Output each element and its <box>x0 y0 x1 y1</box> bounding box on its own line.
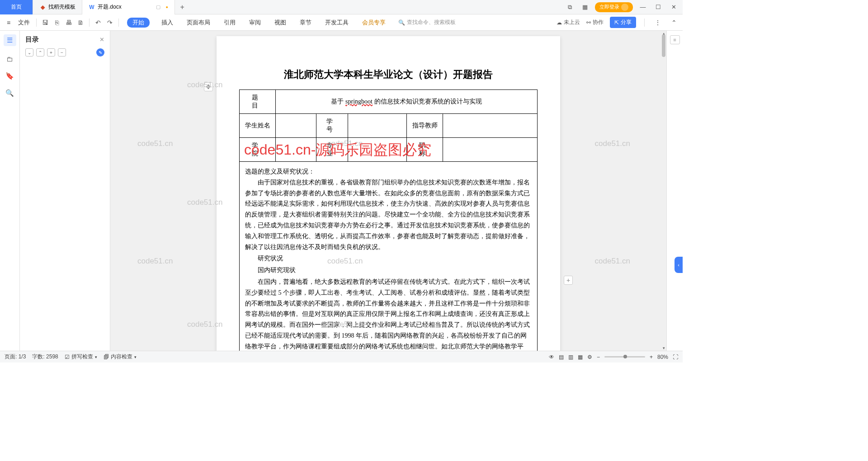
maximize-icon[interactable]: ☐ <box>653 3 664 12</box>
zoom-in-icon[interactable]: + <box>650 354 653 360</box>
share-icon: ⇱ <box>614 19 619 26</box>
close-icon[interactable]: ✕ <box>668 3 679 12</box>
cell-student-id-label: 学 号 <box>316 114 348 138</box>
file-menu[interactable]: 文件 <box>15 19 33 27</box>
collab-icon: ⚯ <box>586 19 591 26</box>
saveas-icon[interactable]: ⎘ <box>52 18 62 28</box>
cell-major-label: 专 业 <box>316 138 348 162</box>
menu-insert[interactable]: 插入 <box>160 18 175 28</box>
table-add-icon[interactable]: + <box>564 276 573 285</box>
redo-icon[interactable]: ↷ <box>105 18 115 28</box>
outline-tools: ⌄ ⌃ + − ✎ <box>25 48 104 56</box>
watermark-gray: code51.cn <box>595 257 630 266</box>
outline-title: 目录 <box>25 35 39 44</box>
check-icon: ☑ <box>65 354 70 360</box>
body-subheading: 研究状况 <box>245 253 532 264</box>
login-button[interactable]: 立即登录 <box>595 2 633 12</box>
document-viewport[interactable]: code51.cn code51.cn code51.cn code51.cn … <box>110 31 666 351</box>
menu-dev[interactable]: 开发工具 <box>323 18 350 28</box>
collapse-icon[interactable]: ⌃ <box>669 18 679 28</box>
document-page: ✥ + 淮北师范大学本科生毕业论文（设计）开题报告 题 目 基于 springb… <box>217 36 560 351</box>
view-reading-icon[interactable]: 👁 <box>549 354 554 360</box>
edit-icon[interactable]: ✎ <box>96 48 104 56</box>
view-page-icon[interactable]: ▤ <box>559 354 564 360</box>
separator <box>118 19 119 27</box>
apps-icon[interactable]: ▦ <box>580 3 590 12</box>
menu-review[interactable]: 审阅 <box>247 18 263 28</box>
dropdown-icon: ▾ <box>134 355 137 359</box>
new-tab-button[interactable]: + <box>175 3 190 11</box>
tab-document[interactable]: W 开题.docx ▢ • <box>82 0 175 14</box>
cell-student-name-label: 学生姓名 <box>240 114 276 138</box>
zoom-out-icon[interactable]: − <box>597 354 600 360</box>
status-words[interactable]: 字数: 2598 <box>32 353 58 361</box>
collab-label: 协作 <box>593 19 604 26</box>
cell-advisor-value <box>443 114 538 138</box>
clipboard-icon[interactable]: 🗀 <box>5 54 14 63</box>
status-bar: 页面: 1/3 字数: 2598 ☑ 拼写检查 ▾ 🗐 内容检查 ▾ 👁 ▤ ▥… <box>0 351 683 362</box>
search-icon: 🔍 <box>398 19 405 26</box>
ribbon: ≡ 文件 🖫 ⎘ 🖶 🗎 ↶ ↷ 开始 插入 页面布局 引用 审阅 视图 章节 … <box>0 14 683 31</box>
menu-tabs: 开始 插入 页面布局 引用 审阅 视图 章节 开发工具 会员专享 <box>127 18 387 28</box>
body-paragraph: 在国内，普遍地看，绝大多数远程教育的考试还停留在传统考试方式。在此方式下，组织一… <box>245 277 532 351</box>
status-page[interactable]: 页面: 1/3 <box>5 353 26 361</box>
tab-home[interactable]: 首页 <box>0 0 33 14</box>
layout1-icon[interactable]: ⧉ <box>564 3 575 12</box>
zoom-value[interactable]: 80% <box>657 354 668 360</box>
daoqiao-icon: ◆ <box>39 4 46 10</box>
tab-template[interactable]: ◆ 找稻壳模板 <box>33 0 82 14</box>
menu-layout[interactable]: 页面布局 <box>185 18 212 28</box>
collab-button[interactable]: ⚯ 协作 <box>586 19 604 26</box>
table-handle-icon[interactable]: ✥ <box>204 82 213 91</box>
menu-view[interactable]: 视图 <box>273 18 288 28</box>
body-heading: 选题的意义及研究状况： <box>245 166 532 177</box>
command-search[interactable]: 🔍 查找命令、搜索模板 <box>398 19 456 26</box>
add-icon[interactable]: + <box>47 48 55 56</box>
status-spell[interactable]: ☑ 拼写检查 ▾ <box>65 353 97 361</box>
save-icon[interactable]: 🖫 <box>40 18 50 28</box>
bookmark-icon[interactable]: 🔖 <box>5 71 14 80</box>
share-button[interactable]: ⇱ 分享 <box>610 17 636 28</box>
print-icon[interactable]: 🖶 <box>64 18 74 28</box>
cloud-label-text: 未上云 <box>564 19 580 26</box>
settings-icon[interactable]: ⚙ <box>587 354 592 360</box>
cell-title-value <box>443 138 538 162</box>
view-outline-icon[interactable]: ▦ <box>578 354 583 360</box>
zoom-slider[interactable] <box>604 356 645 358</box>
dropdown-icon: ▾ <box>95 355 97 359</box>
preview-icon[interactable]: 🗎 <box>75 18 85 28</box>
scroll-down-icon[interactable]: ▾ <box>661 345 666 351</box>
search-panel-icon[interactable]: 🔍 <box>5 89 14 98</box>
zoom-thumb[interactable] <box>623 355 627 358</box>
menu-vip[interactable]: 会员专享 <box>360 18 387 28</box>
outline-icon[interactable]: ☰ <box>4 34 16 46</box>
remove-icon[interactable]: − <box>58 48 66 56</box>
doc-title: 淮北师范大学本科生毕业论文（设计）开题报告 <box>239 68 538 81</box>
body-subheading: 国内研究现状 <box>245 265 532 276</box>
vertical-scrollbar[interactable]: ▴ ▾ <box>661 31 666 351</box>
cell-advisor-label: 指导教师 <box>407 114 443 138</box>
view-web-icon[interactable]: ▥ <box>568 354 573 360</box>
menu-chapter[interactable]: 章节 <box>298 18 313 28</box>
fullscreen-icon[interactable]: ⛶ <box>673 354 678 360</box>
menu-reference[interactable]: 引用 <box>222 18 237 28</box>
menu-start[interactable]: 开始 <box>127 18 150 28</box>
outline-close-icon[interactable]: ✕ <box>99 36 104 43</box>
expand-all-icon[interactable]: ⌃ <box>36 48 44 56</box>
menu-icon[interactable]: ≡ <box>4 18 14 28</box>
status-content[interactable]: 🗐 内容检查 ▾ <box>104 353 137 361</box>
collapse-all-icon[interactable]: ⌄ <box>25 48 33 56</box>
cell-body: 选题的意义及研究状况： 由于国家对信息技术的重视，各省级教育部门组织举办的信息技… <box>240 162 538 351</box>
scroll-thumb[interactable] <box>662 34 665 57</box>
more-icon[interactable]: ⋮ <box>653 18 663 28</box>
side-tab[interactable]: ‹ <box>675 257 683 273</box>
cloud-status[interactable]: ☁ 未上云 <box>557 19 580 26</box>
separator <box>644 19 645 27</box>
table-row: 选题的意义及研究状况： 由于国家对信息技术的重视，各省级教育部门组织举办的信息技… <box>240 162 538 351</box>
minimize-icon[interactable]: — <box>637 3 648 12</box>
watermark-gray: code51.cn <box>137 139 173 148</box>
tab-sync-icon: ▢ <box>156 4 160 10</box>
undo-icon[interactable]: ↶ <box>93 18 103 28</box>
panel-toggle-icon[interactable]: ≡ <box>670 35 680 44</box>
doc-check-icon: 🗐 <box>104 354 109 360</box>
